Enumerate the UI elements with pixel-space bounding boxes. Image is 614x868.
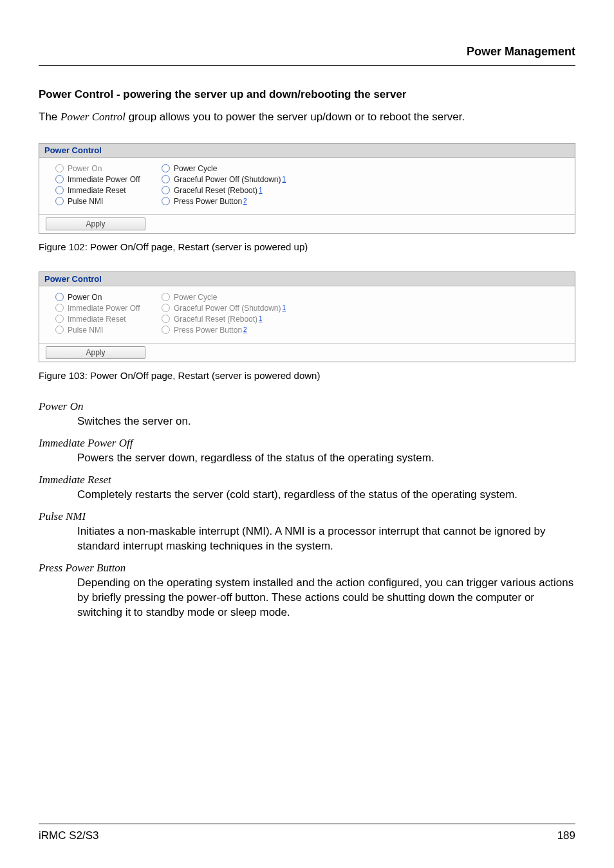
- footer-page-number: 189: [557, 829, 575, 842]
- panel-down-body: Power On Power Cycle Immediate Power Off…: [39, 286, 575, 343]
- radio-label: Pulse NMI: [68, 197, 103, 206]
- radio-label: Power Cycle: [174, 164, 217, 173]
- footnote-link-1[interactable]: 1: [283, 176, 286, 183]
- radio-icon: [162, 175, 170, 183]
- radio-graceful-reset: Graceful Reset (Reboot)1: [162, 315, 263, 324]
- radio-label: Power On: [68, 164, 102, 173]
- radio-label: Power Cycle: [174, 293, 217, 302]
- footer-left: iRMC S2/S3: [39, 829, 99, 842]
- radio-imm-reset: Immediate Reset: [55, 315, 162, 324]
- radio-pulse-nmi[interactable]: Pulse NMI: [55, 197, 162, 206]
- radio-icon: [162, 326, 170, 334]
- footnote-link-1[interactable]: 1: [259, 187, 263, 194]
- radio-label: Graceful Power Off (Shutdown): [174, 304, 281, 313]
- radio-icon: [55, 315, 64, 323]
- radio-power-on: Power On: [55, 164, 162, 173]
- radio-power-on[interactable]: Power On: [55, 293, 162, 302]
- radio-row: Pulse NMI Press Power Button2: [55, 197, 559, 206]
- radio-press-power[interactable]: Press Power Button2: [162, 197, 247, 206]
- def-term-pulse-nmi: Pulse NMI: [39, 510, 575, 523]
- page-footer: iRMC S2/S3 189: [39, 824, 575, 842]
- radio-icon: [55, 326, 64, 334]
- def-body-imm-power-off: Powers the server down, regardless of th…: [77, 451, 575, 466]
- panel-up-title: Power Control: [39, 143, 575, 158]
- radio-imm-power-off: Immediate Power Off: [55, 304, 162, 313]
- radio-imm-power-off[interactable]: Immediate Power Off: [55, 175, 162, 184]
- radio-icon: [55, 164, 64, 172]
- radio-row: Immediate Power Off Graceful Power Off (…: [55, 175, 559, 184]
- radio-icon: [55, 175, 64, 183]
- footnote-link-1[interactable]: 1: [259, 315, 263, 322]
- radio-icon: [162, 197, 170, 205]
- radio-icon: [55, 293, 64, 301]
- radio-label: Pulse NMI: [68, 326, 103, 335]
- radio-label: Graceful Reset (Reboot): [174, 186, 257, 195]
- radio-power-cycle: Power Cycle: [162, 293, 217, 302]
- power-control-panel-up: Power Control Power On Power Cycle Immed…: [39, 143, 575, 234]
- radio-label: Press Power Button: [174, 326, 242, 335]
- radio-graceful-off[interactable]: Graceful Power Off (Shutdown)1: [162, 175, 286, 184]
- radio-power-cycle[interactable]: Power Cycle: [162, 164, 217, 173]
- radio-graceful-reset[interactable]: Graceful Reset (Reboot)1: [162, 186, 263, 195]
- def-term-imm-reset: Immediate Reset: [39, 474, 575, 486]
- footnote-link-2[interactable]: 2: [243, 198, 247, 205]
- radio-label: Immediate Power Off: [68, 304, 140, 313]
- def-term-power-on: Power On: [39, 400, 575, 413]
- intro-pre: The: [39, 111, 60, 123]
- panel-up-footer: Apply: [39, 214, 575, 233]
- radio-row: Power On Power Cycle: [55, 164, 559, 173]
- def-term-press-power: Press Power Button: [39, 562, 575, 575]
- radio-imm-reset[interactable]: Immediate Reset: [55, 186, 162, 195]
- radio-icon: [55, 186, 64, 194]
- page-header-title: Power Management: [39, 45, 575, 66]
- radio-label: Press Power Button: [174, 197, 242, 206]
- radio-row: Pulse NMI Press Power Button2: [55, 326, 559, 335]
- apply-button[interactable]: Apply: [46, 217, 145, 230]
- radio-pulse-nmi: Pulse NMI: [55, 326, 162, 335]
- def-body-pulse-nmi: Initiates a non-maskable interrupt (NMI)…: [77, 524, 575, 554]
- radio-label: Immediate Reset: [68, 315, 126, 324]
- section-heading: Power Control - powering the server up a…: [39, 88, 575, 101]
- intro-post: group allows you to power the server up/…: [126, 111, 465, 123]
- intro-italic: Power Control: [60, 111, 126, 123]
- panel-up-body: Power On Power Cycle Immediate Power Off…: [39, 158, 575, 214]
- radio-icon: [162, 293, 170, 301]
- radio-icon: [162, 315, 170, 323]
- radio-row: Power On Power Cycle: [55, 293, 559, 302]
- radio-icon: [55, 304, 64, 312]
- power-control-panel-down: Power Control Power On Power Cycle Immed…: [39, 272, 575, 362]
- radio-icon: [162, 164, 170, 172]
- figure-102-caption: Figure 102: Power On/Off page, Restart (…: [39, 239, 575, 252]
- footnote-link-2[interactable]: 2: [243, 326, 247, 333]
- radio-row: Immediate Power Off Graceful Power Off (…: [55, 304, 559, 313]
- radio-label: Power On: [68, 293, 102, 302]
- panel-down-title: Power Control: [39, 272, 575, 286]
- footnote-link-1[interactable]: 1: [283, 304, 286, 311]
- radio-label: Graceful Power Off (Shutdown): [174, 175, 281, 184]
- def-body-press-power: Depending on the operating system instal…: [77, 576, 575, 620]
- radio-press-power: Press Power Button2: [162, 326, 247, 335]
- radio-label: Graceful Reset (Reboot): [174, 315, 257, 324]
- radio-graceful-off: Graceful Power Off (Shutdown)1: [162, 304, 286, 313]
- section-intro: The Power Control group allows you to po…: [39, 110, 575, 125]
- radio-row: Immediate Reset Graceful Reset (Reboot)1: [55, 186, 559, 195]
- def-body-imm-reset: Completely restarts the server (cold sta…: [77, 488, 575, 503]
- radio-icon: [55, 197, 64, 205]
- radio-icon: [162, 186, 170, 194]
- def-term-imm-power-off: Immediate Power Off: [39, 437, 575, 450]
- radio-label: Immediate Reset: [68, 186, 126, 195]
- radio-icon: [162, 304, 170, 312]
- apply-button[interactable]: Apply: [46, 346, 145, 359]
- radio-label: Immediate Power Off: [68, 175, 140, 184]
- radio-row: Immediate Reset Graceful Reset (Reboot)1: [55, 315, 559, 324]
- def-body-power-on: Switches the server on.: [77, 414, 575, 429]
- panel-down-footer: Apply: [39, 343, 575, 362]
- figure-103-caption: Figure 103: Power On/Off page, Restart (…: [39, 367, 575, 381]
